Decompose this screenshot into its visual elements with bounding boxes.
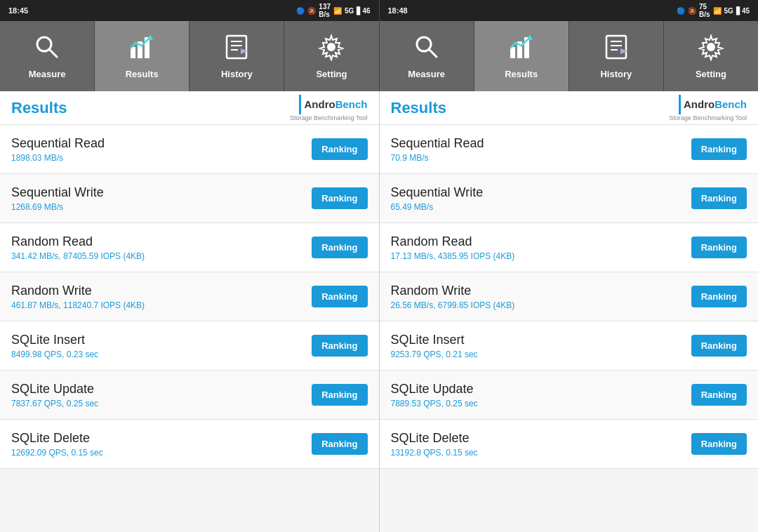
measure-icon-right — [413, 33, 441, 65]
tab-history-right[interactable]: History — [569, 21, 664, 91]
tab-measure-left[interactable]: Measure — [0, 21, 95, 91]
tab-label-history-right: History — [600, 69, 632, 79]
benchmark-info: Sequential Read 1898.03 MB/s — [11, 136, 312, 163]
benchmark-name: Sequential Read — [11, 136, 312, 151]
status-bar-right: 18:48 🔵 🔕 75B/s 📶 5G ▋45 — [380, 0, 759, 21]
svg-line-13 — [429, 49, 437, 57]
signal-icon-right: 5G — [724, 7, 733, 15]
ranking-button[interactable]: Ranking — [312, 335, 367, 357]
logo-bar-right — [679, 95, 681, 114]
ranking-button[interactable]: Ranking — [691, 433, 747, 455]
panel-right: Results AndroBench Storage Benchmarking … — [380, 91, 759, 532]
ranking-button[interactable]: Ranking — [691, 286, 747, 307]
benchmark-name: SQLite Delete — [11, 431, 312, 446]
benchmark-name: Random Write — [391, 284, 691, 298]
benchmark-value: 461.87 MB/s, 118240.7 IOPS (4KB) — [11, 300, 312, 310]
data-speed-right: 75B/s — [699, 3, 710, 18]
benchmark-info: Random Read 341.42 MB/s, 87405.59 IOPS (… — [11, 234, 312, 261]
benchmark-info: SQLite Update 7889.53 QPS, 0.25 sec — [391, 382, 691, 408]
ranking-button[interactable]: Ranking — [312, 286, 367, 307]
ranking-button[interactable]: Ranking — [691, 237, 747, 258]
setting-icon-right — [697, 33, 725, 65]
benchmark-value: 70.9 MB/s — [391, 153, 691, 163]
tab-setting-left[interactable]: Setting — [284, 21, 379, 91]
benchmark-row: SQLite Insert 8499.98 QPS, 0.23 sec Rank… — [0, 321, 379, 371]
benchmark-value: 9253.79 QPS, 0.21 sec — [391, 350, 691, 359]
ranking-button[interactable]: Ranking — [312, 433, 367, 455]
ranking-button[interactable]: Ranking — [312, 237, 367, 258]
benchmark-value: 13192.8 QPS, 0.15 sec — [391, 448, 691, 458]
svg-rect-18 — [606, 36, 626, 58]
benchmark-value: 341.42 MB/s, 87405.59 IOPS (4KB) — [11, 251, 312, 261]
benchmark-value: 12692.09 QPS, 0.15 sec — [11, 448, 312, 458]
wifi-icon-left: 📶 — [333, 7, 342, 15]
benchmark-name: Random Read — [11, 234, 312, 249]
tab-label-setting-left: Setting — [316, 69, 347, 79]
benchmark-name: SQLite Update — [391, 382, 691, 397]
signal-icon-left: 5G — [345, 7, 354, 15]
benchmark-value: 7837.67 QPS, 0.25 sec — [11, 399, 312, 408]
ranking-button[interactable]: Ranking — [312, 384, 367, 406]
benchmark-info: Random Write 26.56 MB/s, 6799.85 IOPS (4… — [391, 284, 691, 310]
benchmark-value: 1268.69 MB/s — [11, 202, 312, 212]
ranking-button[interactable]: Ranking — [691, 335, 747, 357]
benchmark-value: 1898.03 MB/s — [11, 153, 312, 163]
benchmark-row: SQLite Delete 12692.09 QPS, 0.15 sec Ran… — [0, 420, 379, 469]
benchmark-row: Sequential Write 65.49 MB/s Ranking — [380, 174, 759, 223]
ranking-button[interactable]: Ranking — [691, 138, 747, 160]
benchmark-info: Sequential Read 70.9 MB/s — [391, 136, 691, 163]
benchmark-row: Random Write 461.87 MB/s, 118240.7 IOPS … — [0, 272, 379, 321]
panel-title-left: Results — [11, 99, 67, 117]
status-icons-left: 🔵 🔕 137B/s 📶 5G ▋46 — [296, 3, 370, 18]
benchmark-row: SQLite Delete 13192.8 QPS, 0.15 sec Rank… — [380, 420, 759, 469]
androbench-logo-right: AndroBench Storage Benchmarking Tool — [670, 95, 747, 121]
tab-label-history-left: History — [221, 69, 253, 79]
bluetooth-icon: 🔵 — [296, 7, 305, 15]
logo-bar-left — [299, 95, 301, 114]
ranking-button[interactable]: Ranking — [691, 187, 747, 209]
bluetooth-icon-r: 🔵 — [677, 7, 685, 15]
panel-header-left: Results AndroBench Storage Benchmarking … — [0, 91, 379, 125]
benchmark-value: 8499.98 QPS, 0.23 sec — [11, 350, 312, 359]
benchmark-name: Sequential Write — [391, 185, 691, 200]
tab-results-left[interactable]: Results — [95, 21, 190, 91]
logo-sub-left: Storage Benchmarking Tool — [290, 114, 367, 121]
benchmark-value: 65.49 MB/s — [391, 202, 691, 212]
tab-history-left[interactable]: History — [190, 21, 284, 91]
time-right: 18:48 — [388, 6, 408, 15]
data-speed-left: 137B/s — [319, 3, 331, 18]
benchmark-info: Random Write 461.87 MB/s, 118240.7 IOPS … — [11, 284, 312, 310]
svg-point-23 — [707, 43, 715, 51]
status-bar-left: 18:45 🔵 🔕 137B/s 📶 5G ▋46 — [0, 0, 380, 21]
tab-label-setting-right: Setting — [696, 69, 726, 79]
benchmark-row: Sequential Read 70.9 MB/s Ranking — [380, 125, 759, 174]
time-left: 18:45 — [8, 6, 28, 15]
tab-label-measure-left: Measure — [29, 69, 66, 79]
ranking-button[interactable]: Ranking — [312, 138, 367, 160]
history-icon-right — [602, 33, 630, 65]
benchmark-info: Sequential Write 65.49 MB/s — [391, 185, 691, 212]
measure-icon-left — [33, 33, 61, 65]
benchmark-info: SQLite Update 7837.67 QPS, 0.25 sec — [11, 382, 312, 408]
panel-left: Results AndroBench Storage Benchmarking … — [0, 91, 380, 532]
tab-results-right[interactable]: Results — [474, 21, 569, 91]
benchmark-row: Random Write 26.56 MB/s, 6799.85 IOPS (4… — [380, 272, 759, 321]
ranking-button[interactable]: Ranking — [691, 384, 747, 406]
benchmark-info: SQLite Insert 9253.79 QPS, 0.21 sec — [391, 333, 691, 359]
benchmark-info: SQLite Insert 8499.98 QPS, 0.23 sec — [11, 333, 312, 359]
svg-rect-6 — [227, 36, 246, 58]
tab-measure-right[interactable]: Measure — [380, 21, 474, 91]
sound-icon-r: 🔕 — [688, 7, 696, 15]
svg-point-11 — [327, 43, 335, 51]
battery-right: ▋45 — [736, 7, 750, 15]
tab-setting-right[interactable]: Setting — [664, 21, 758, 91]
panel-header-right: Results AndroBench Storage Benchmarking … — [380, 91, 759, 125]
ranking-button[interactable]: Ranking — [312, 187, 367, 209]
nav-tabs: Measure Results History — [0, 21, 758, 91]
benchmark-info: Sequential Write 1268.69 MB/s — [11, 185, 312, 212]
benchmark-name: Sequential Write — [11, 185, 312, 200]
benchmark-name: SQLite Delete — [391, 431, 691, 446]
tab-label-measure-right: Measure — [408, 69, 445, 79]
benchmark-name: Random Write — [11, 284, 312, 298]
benchmark-info: SQLite Delete 13192.8 QPS, 0.15 sec — [391, 431, 691, 458]
